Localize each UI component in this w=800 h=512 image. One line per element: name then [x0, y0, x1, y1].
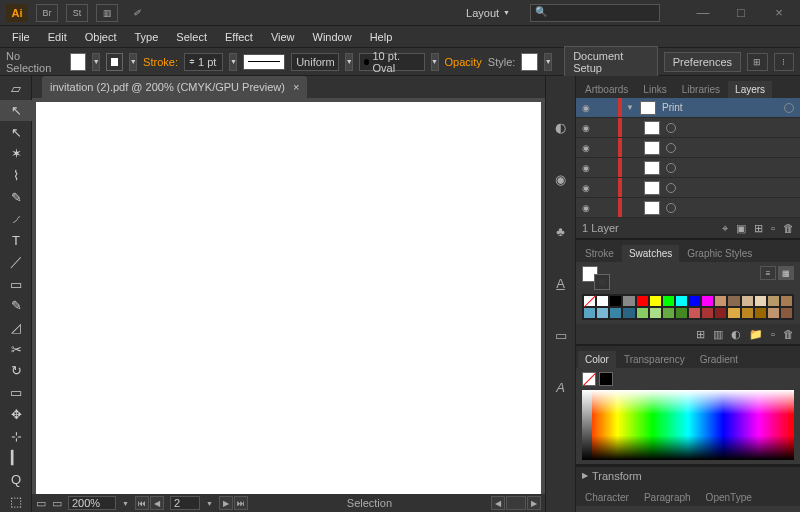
swatch-cell[interactable] [727, 295, 740, 307]
tab-gradient[interactable]: Gradient [693, 351, 745, 368]
tab-swatches[interactable]: Swatches [622, 245, 679, 262]
menu-effect[interactable]: Effect [217, 29, 261, 45]
swatch-cell[interactable] [649, 295, 662, 307]
tab-transparency[interactable]: Transparency [617, 351, 692, 368]
target-icon[interactable] [666, 143, 676, 153]
dock-icon-4[interactable]: A [550, 272, 572, 294]
swatch-cell[interactable] [636, 295, 649, 307]
stock-icon[interactable]: St [66, 4, 88, 22]
stroke-label[interactable]: Stroke: [143, 56, 178, 68]
swatch-cell[interactable] [622, 307, 635, 319]
minimize-button[interactable]: — [688, 5, 718, 21]
layer-row[interactable]: ◉ [576, 158, 800, 178]
tool-10[interactable]: ✎ [0, 295, 32, 317]
menu-file[interactable]: File [4, 29, 38, 45]
swatch-cell[interactable] [754, 295, 767, 307]
swatch-cell[interactable] [714, 307, 727, 319]
swatch-cell[interactable] [754, 307, 767, 319]
swatch-cell[interactable] [714, 295, 727, 307]
swatch-cell[interactable] [662, 295, 675, 307]
swatch-lib-icon[interactable]: ⊞ [696, 328, 705, 341]
layer-name[interactable] [664, 163, 794, 173]
layer-row[interactable]: ◉ [576, 198, 800, 218]
nav-icon2[interactable]: ▭ [52, 497, 62, 510]
maximize-button[interactable]: □ [726, 5, 756, 21]
control-icon-1[interactable]: ⊞ [747, 53, 767, 71]
tab-color[interactable]: Color [578, 351, 616, 368]
swatch-kind-icon[interactable]: ▥ [713, 328, 723, 341]
visibility-icon[interactable]: ◉ [576, 143, 596, 153]
fill-swatch[interactable] [70, 53, 87, 71]
swatch-cell[interactable] [767, 295, 780, 307]
tool-17[interactable]: ▎ [0, 447, 32, 469]
style-swatch[interactable] [521, 53, 538, 71]
next-page-button[interactable]: ▶ [219, 496, 233, 510]
layer-name[interactable] [664, 123, 794, 133]
swatch-cell[interactable] [688, 307, 701, 319]
tool-3[interactable]: ✶ [0, 143, 32, 165]
bridge-icon[interactable]: Br [36, 4, 58, 22]
target-icon[interactable] [666, 163, 676, 173]
swatch-cell[interactable] [701, 307, 714, 319]
swatch-cell[interactable] [583, 307, 596, 319]
swatch-grid-view[interactable]: ▦ [778, 266, 794, 280]
swatch-cell[interactable] [780, 307, 793, 319]
layer-name[interactable] [664, 203, 794, 213]
style-dropdown[interactable]: ▼ [544, 53, 552, 71]
close-tab-icon[interactable]: × [293, 81, 299, 93]
locate-layer-icon[interactable]: ⌖ [722, 222, 728, 235]
opacity-label[interactable]: Opacity [445, 56, 482, 68]
scroll-track[interactable] [506, 496, 526, 510]
delete-swatch-icon[interactable]: 🗑 [783, 328, 794, 341]
tab-stroke[interactable]: Stroke [578, 245, 621, 262]
nav-icon[interactable]: ▭ [36, 497, 46, 510]
tool-19[interactable]: ⬚ [0, 490, 32, 512]
tab-links[interactable]: Links [636, 81, 673, 98]
tool-4[interactable]: ⌇ [0, 165, 32, 187]
fill-dropdown[interactable]: ▼ [92, 53, 100, 71]
swatch-cell[interactable] [596, 307, 609, 319]
dock-icon-2[interactable]: ◉ [550, 168, 572, 190]
swatch-cell[interactable] [649, 307, 662, 319]
new-sublayer-icon[interactable]: ⊞ [754, 222, 763, 235]
scroll-left-button[interactable]: ◀ [491, 496, 505, 510]
color-spectrum[interactable] [582, 390, 794, 460]
target-icon[interactable] [666, 183, 676, 193]
swatch-opts-icon[interactable]: ◐ [731, 328, 741, 341]
menu-object[interactable]: Object [77, 29, 125, 45]
swatch-cell[interactable] [596, 295, 609, 307]
profile-dropdown[interactable]: ▼ [345, 53, 353, 71]
swatch-cell[interactable] [741, 307, 754, 319]
new-swatch-icon[interactable]: ▫ [771, 328, 775, 341]
new-layer-icon[interactable]: ▫ [771, 222, 775, 235]
tab-opentype[interactable]: OpenType [699, 489, 759, 506]
layer-row[interactable]: ◉ [576, 178, 800, 198]
target-icon[interactable] [784, 103, 794, 113]
tool-6[interactable]: ⟋ [0, 208, 32, 230]
tool-15[interactable]: ✥ [0, 404, 32, 426]
black-color[interactable] [599, 372, 613, 386]
fill-stroke-indicator[interactable] [582, 266, 610, 290]
menu-view[interactable]: View [263, 29, 303, 45]
zoom-dropdown[interactable]: ▼ [122, 500, 129, 507]
stroke-profile-preview[interactable] [243, 54, 285, 70]
layer-name[interactable] [664, 143, 794, 153]
swatch-cell[interactable] [741, 295, 754, 307]
swatch-cell[interactable] [675, 295, 688, 307]
preferences-button[interactable]: Preferences [664, 52, 741, 72]
delete-layer-icon[interactable]: 🗑 [783, 222, 794, 235]
dock-icon-1[interactable]: ◐ [550, 116, 572, 138]
layer-name[interactable]: Print [660, 102, 780, 113]
tab-artboards[interactable]: Artboards [578, 81, 635, 98]
last-page-button[interactable]: ⏭ [234, 496, 248, 510]
visibility-icon[interactable]: ◉ [576, 203, 596, 213]
first-page-button[interactable]: ⏮ [135, 496, 149, 510]
document-setup-button[interactable]: Document Setup [564, 46, 658, 78]
make-clip-icon[interactable]: ▣ [736, 222, 746, 235]
brush-app-icon[interactable]: ✐ [126, 4, 148, 22]
menu-edit[interactable]: Edit [40, 29, 75, 45]
transform-panel-header[interactable]: ▶Transform [576, 466, 800, 484]
dock-icon-3[interactable]: ♣ [550, 220, 572, 242]
workspace-switcher[interactable]: Layout ▼ [454, 5, 522, 21]
swatch-cell[interactable] [662, 307, 675, 319]
